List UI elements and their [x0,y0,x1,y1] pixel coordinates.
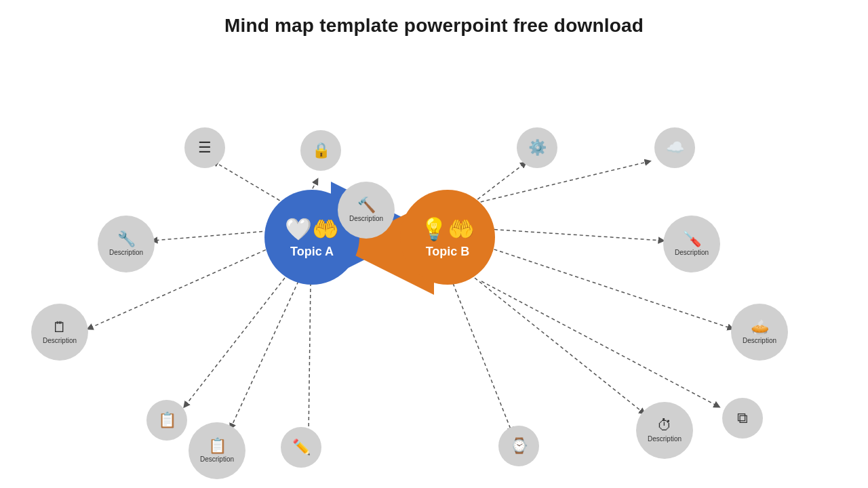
topic-a-icon: 🤍🤲 [285,216,339,242]
node-r3: 🪛 Description [663,216,720,272]
node-l2: 🔧 Description [98,216,155,272]
node-l1: ☰ [184,127,225,168]
topic-b-label: Topic B [426,245,470,259]
node-l5: 📋 Description [189,422,245,479]
node-l3: 🗒 Description [31,304,88,361]
svg-line-5 [309,283,311,435]
diagram-area: 🤍🤲 Topic A 💡🤲 Topic B ☰ 🔒 🔧 Description … [0,47,868,488]
node-l6: ✏️ [281,427,321,468]
svg-line-9 [475,161,650,203]
svg-line-1 [153,230,275,241]
svg-line-14 [453,283,512,432]
topic-b-icon: 💡🤲 [420,216,475,242]
page-title: Mind map template powerpoint free downlo… [0,0,868,37]
node-r7: ⌚ [498,426,539,466]
svg-line-0 [214,161,290,207]
svg-line-12 [475,278,644,413]
node-r2: ☁️ [654,127,695,168]
node-r6: ⧉ [722,398,763,439]
node-l4: 📋 [146,400,187,441]
svg-line-13 [481,281,719,407]
node-r1: ⚙️ [517,127,557,168]
node-l7: 🔒 [300,130,341,171]
node-r4: 🥧 Description [731,304,788,361]
node-r5: ⏱ Description [636,402,693,459]
svg-line-10 [488,229,663,241]
topic-a-label: Topic A [290,245,334,259]
node-center-tools: 🔨 Description [338,182,395,239]
topic-b-node: 💡🤲 Topic B [400,190,495,285]
